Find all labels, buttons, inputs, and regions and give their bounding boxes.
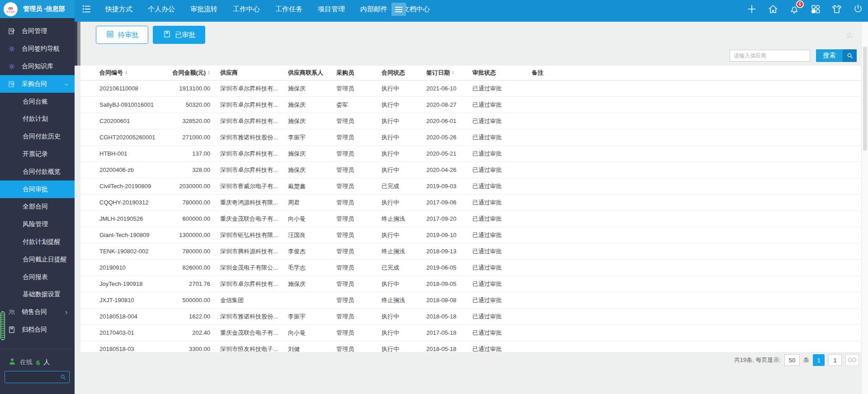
apps-grid-icon[interactable] — [810, 4, 821, 14]
page-jump-input[interactable] — [828, 354, 842, 366]
sidebar-scrollbar-thumb[interactable] — [0, 311, 5, 340]
power-logout-icon[interactable] — [853, 4, 863, 14]
vertical-scrollbar[interactable] — [861, 22, 868, 394]
sort-arrows-icon[interactable]: ▲▼ — [452, 71, 454, 75]
home-icon[interactable] — [768, 4, 778, 14]
table-cell: 已通过审批 — [472, 264, 532, 272]
supplier-search-input[interactable] — [730, 50, 810, 62]
sidebar-item-contract-management[interactable]: 合同管理 — [0, 23, 75, 40]
sidebar-item-contract-deadline-reminder[interactable]: 合同截止日提醒 — [0, 251, 75, 268]
sidebar-item-invoice-records[interactable]: 开票记录 — [0, 146, 75, 163]
sidebar-item-payment-plan-reminder[interactable]: 付款计划提醒 — [0, 233, 75, 251]
notifications-bell-icon[interactable]: 6 — [789, 4, 800, 14]
table-cell: 执行中 — [382, 117, 426, 125]
table-cell: 271000.00 — [162, 134, 210, 141]
topbar: ∞ 华天动力 管理员 -信息部 快捷方式个人办公审批流转工作中心工作任务项目管理… — [0, 0, 868, 18]
table-row[interactable]: 20200406-zb328.00深圳市卓尔昇科技有...施保庆管理员执行中20… — [80, 162, 861, 178]
table-cell: 已通过审批 — [472, 85, 532, 93]
table-row[interactable]: Giant-Tech-1908091300000.00深圳市钜弘科技有限...汪… — [80, 227, 861, 243]
add-icon[interactable] — [746, 4, 757, 14]
table-header-row: 合同编号▲▼合同金额(元)▲▼供应商供应商联系人采购员合同状态签订日期▲▼审批状… — [80, 66, 861, 81]
column-header-label: 合同状态 — [382, 69, 405, 77]
sidebar-item-contract-ledger[interactable]: 合同台账 — [0, 93, 75, 110]
table-row[interactable]: JoyTech-1909182701.76深圳市卓尔昇科技有...施保庆管理员执… — [80, 276, 861, 292]
menu-toggle-button[interactable] — [392, 3, 406, 16]
vertical-scrollbar-thumb[interactable] — [863, 47, 867, 151]
favorite-star-icon[interactable]: ☆ — [845, 30, 854, 41]
online-users: 在线 6 人 — [8, 357, 50, 367]
doc-icon — [7, 27, 16, 36]
table-cell: 李振宇 — [288, 133, 336, 142]
table-cell: 1913100.00 — [162, 85, 210, 92]
go-button[interactable]: GO — [845, 354, 859, 366]
sidebar-item-all-contracts[interactable]: 全部合同 — [0, 198, 75, 216]
sidebar-item-contract-reports[interactable]: 合同报表 — [0, 268, 75, 286]
sidebar-item-archived-contract[interactable]: 归档合同 — [0, 321, 75, 339]
column-header[interactable]: 签订日期▲▼ — [426, 69, 472, 77]
table-cell: 执行中 — [382, 150, 426, 158]
sidebar-item-sales-contract[interactable]: 销售合同 — [0, 304, 75, 321]
sidebar-item-purchase-contract[interactable]: 采购合同 — [0, 75, 75, 93]
table-row[interactable]: CQQHY-20190312780000.00重庆奇鸿源科技有限...周君管理员… — [80, 195, 861, 211]
table-cell: 500000.00 — [162, 297, 210, 304]
tab-approved[interactable]: 已审批 — [153, 26, 205, 44]
table-cell: 汪国良 — [288, 231, 336, 239]
table-row[interactable]: SallyBJ-091001600150320.00深圳市卓尔昇科技有...施保… — [80, 97, 861, 113]
sidebar-item-contract-payment-history[interactable]: 合同付款历史 — [0, 128, 75, 146]
table-row[interactable]: CGHT202005260001271000.00深圳市雅诺科技股份...李振宇… — [80, 129, 861, 146]
tab-pending-approval[interactable]: 待审批 — [96, 26, 148, 44]
gear-icon — [7, 62, 16, 71]
table-cell: 20190910 — [80, 264, 162, 271]
table-cell: 2017-09-20 — [426, 215, 472, 222]
table-row[interactable]: 20190910826000.00深圳金茂电子有限公...毛学志管理员已完成20… — [80, 260, 861, 276]
table-row[interactable]: CivilTech-201908092030000.00深圳市赛威尔电子有...… — [80, 178, 861, 195]
table-row[interactable]: 2021061100081913100.00深圳市卓尔昇科技有...施保庆管理员… — [80, 81, 861, 97]
sidebar-collapse-icon[interactable] — [80, 4, 92, 14]
sidebar-item-payment-plan[interactable]: 付款计划 — [0, 110, 75, 128]
sidebar-item-contract-approval[interactable]: 合同审批 — [0, 180, 75, 198]
table-row[interactable]: 20170403-01202.40重庆金茂联合电子有...向小曼管理员执行中20… — [80, 325, 861, 341]
topbar-menu-item[interactable]: 项目管理 — [310, 0, 353, 18]
sidebar-item-contract-payment-overview[interactable]: 合同付款概览 — [0, 163, 75, 180]
column-header[interactable]: 合同编号▲▼ — [80, 69, 162, 77]
topbar-menu-item[interactable]: 审批流转 — [183, 0, 225, 18]
table-cell: 已通过审批 — [472, 329, 532, 337]
table-cell: SallyBJ-0910016001 — [80, 101, 162, 108]
table-row[interactable]: HTBH-001137.00深圳市卓尔昇科技有...施保庆管理员执行中2020-… — [80, 146, 861, 162]
topbar-menu-item[interactable]: 工作中心 — [225, 0, 268, 18]
table-cell: 周君 — [288, 199, 336, 207]
table-cell: 管理员 — [336, 313, 382, 321]
page-size-input[interactable] — [784, 354, 800, 366]
topbar-bottom-strip — [75, 18, 868, 22]
sidebar-item-basic-data-settings[interactable]: 基础数据设置 — [0, 286, 75, 304]
sidebar-search-icon[interactable] — [60, 374, 69, 380]
table-cell: 管理员 — [336, 150, 382, 158]
topbar-menu-item[interactable]: 快捷方式 — [98, 0, 140, 18]
table-cell: 执行中 — [382, 231, 426, 239]
sidebar-search-input[interactable] — [5, 374, 60, 380]
column-header-label: 合同金额(元) — [172, 69, 206, 77]
table-row[interactable]: TENK-190802-002780000.00深圳市腾科源科技有...李俊杰管… — [80, 243, 861, 260]
sort-arrows-icon[interactable]: ▲▼ — [125, 71, 127, 75]
table-row[interactable]: C20200601328520.00深圳市卓尔昇科技有...施保庆管理员执行中2… — [80, 113, 861, 129]
book-icon — [7, 325, 16, 334]
company-logo[interactable]: ∞ 华天动力 — [4, 2, 18, 16]
table-row[interactable]: 20180518-0041622.00深圳市雅诺科技股份...李振宇管理员执行中… — [80, 309, 861, 325]
table-row[interactable]: JMLH-20190526600000.00重庆金茂联合电子有...向小曼管理员… — [80, 211, 861, 227]
approval-tabs: 待审批已审批 — [96, 26, 205, 44]
current-page-button[interactable]: 1 — [813, 354, 825, 366]
sidebar-item-contract-knowledge[interactable]: 合同知识库 — [0, 58, 75, 76]
sidebar-item-risk-management[interactable]: 风险管理 — [0, 216, 75, 233]
topbar-menu-item[interactable]: 内部邮件 — [353, 0, 395, 18]
table-cell: 管理员 — [336, 199, 382, 207]
table-row[interactable]: 20180518-033300.00深圳市恒友科技电子...刘健管理员执行中20… — [80, 341, 861, 352]
topbar-menu-item[interactable]: 个人办公 — [140, 0, 183, 18]
theme-shirt-icon[interactable] — [831, 4, 842, 14]
topbar-menu-item[interactable]: 工作任务 — [268, 0, 310, 18]
column-header[interactable]: 合同金额(元)▲▼ — [162, 69, 210, 77]
table-row[interactable]: JXJT-190810500000.00金信集团管理员终止搁浅2018-08-0… — [80, 292, 861, 309]
table-cell: 2021-06-10 — [426, 85, 472, 92]
search-button[interactable]: 搜索 — [816, 49, 857, 62]
sidebar-item-contract-sign-nav[interactable]: 合同签约导航 — [0, 40, 75, 58]
table-cell: 已通过审批 — [472, 150, 532, 158]
